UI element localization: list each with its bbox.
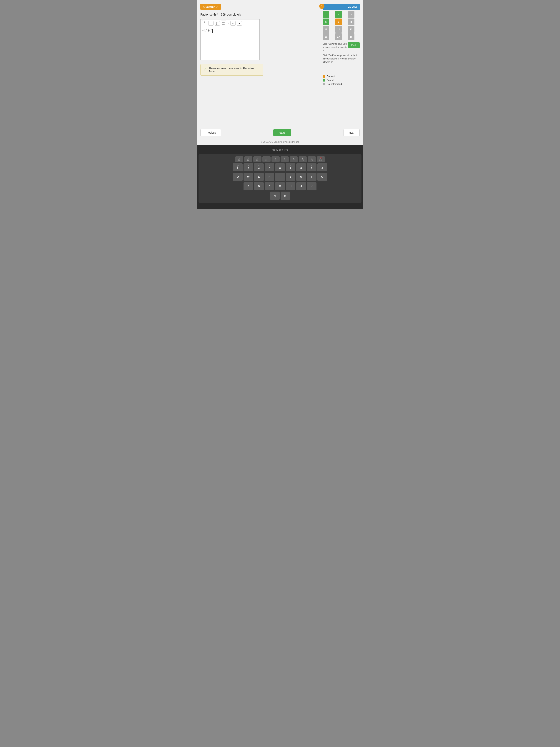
- instruction-text-2: Click "End" when you would submit all yo…: [323, 54, 359, 64]
- key-4[interactable]: $4: [254, 163, 264, 172]
- key-f9[interactable]: ⏭F9: [308, 156, 316, 162]
- hint-area: ✓ Please express the answer in Factorise…: [201, 60, 320, 76]
- key-u[interactable]: U: [296, 173, 306, 181]
- question-grid: 1 2 3 6 7 8 11 12 13 16 17 18: [323, 11, 359, 40]
- grid-cell-12[interactable]: 12: [335, 26, 342, 33]
- key-d[interactable]: D: [254, 182, 264, 191]
- grid-cell-16[interactable]: 16: [323, 33, 329, 40]
- key-f3[interactable]: ⊞F3: [254, 156, 262, 162]
- key-j[interactable]: J: [296, 182, 306, 191]
- legend-not-attempted-square: [323, 83, 325, 85]
- grid-cell-7[interactable]: 7: [335, 19, 342, 25]
- legend-current-label: Current: [327, 75, 335, 78]
- key-m[interactable]: M: [281, 191, 290, 200]
- grid-cell-8[interactable]: 8: [348, 19, 354, 25]
- key-e[interactable]: E: [254, 173, 264, 181]
- key-g[interactable]: G: [275, 182, 285, 191]
- asdf-key-row: S D F G H J K: [201, 182, 359, 191]
- grid-cell-6[interactable]: 6: [323, 19, 329, 25]
- legend-saved-square: [323, 79, 325, 81]
- key-y[interactable]: Y: [286, 173, 295, 181]
- legend-not-attempted: Not attempted: [323, 83, 359, 85]
- legend-not-attempted-label: Not attempted: [327, 83, 342, 85]
- key-q[interactable]: Q: [233, 173, 243, 181]
- key-r[interactable]: R: [265, 173, 274, 181]
- key-f6[interactable]: ✦F6: [281, 156, 289, 162]
- toolbar-separator: ×: [227, 22, 229, 25]
- question-count-header: 20 ques: [323, 4, 359, 10]
- key-3[interactable]: #3: [243, 163, 253, 172]
- key-i[interactable]: I: [307, 173, 317, 181]
- question-badge: 1: [319, 4, 324, 9]
- keyboard-area: MacBook Pro ☀F1 ☀F2 ⊞F3 ⊟F4 ✦F5 ✦F6 ⏮F7 …: [197, 145, 363, 209]
- legend-saved: Saved: [323, 79, 359, 81]
- hint-box: ✓ Please express the answer in Factorise…: [201, 64, 263, 76]
- copyright: © 2018 ACE-Learning Systems Pte Ltd: [197, 139, 363, 145]
- math-input-content: 4(s2–9t2): [202, 29, 258, 33]
- legend-saved-label: Saved: [327, 79, 334, 81]
- key-f10[interactable]: 🔇F10: [317, 156, 325, 162]
- toolbar-brackets-btn[interactable]: (I): [215, 21, 220, 26]
- key-7[interactable]: &7: [286, 163, 295, 172]
- toolbar-matrix-btn[interactable]: □□ □□: [221, 21, 226, 26]
- save-button[interactable]: Save: [273, 129, 291, 136]
- key-f[interactable]: F: [265, 182, 274, 191]
- key-2[interactable]: @2: [233, 163, 243, 172]
- grid-cell-1[interactable]: 1: [323, 11, 329, 18]
- qwerty-key-row: Q W E R T Y U I O: [201, 173, 359, 181]
- key-5[interactable]: %5: [265, 163, 274, 172]
- next-button[interactable]: Next: [344, 129, 359, 136]
- question-text: Factorise 4s2 – 36t2 completely .: [201, 13, 320, 16]
- toolbar-geq-btn[interactable]: ≥: [230, 21, 236, 26]
- math-toolbar: □ □ □□ (I) □□ □□ × ≥ π: [201, 19, 260, 27]
- toolbar-fraction-btn[interactable]: □ □: [202, 20, 207, 26]
- toolbar-pi-btn[interactable]: π: [237, 21, 242, 26]
- text-cursor: [212, 29, 213, 33]
- key-k[interactable]: K: [307, 182, 317, 191]
- key-f1[interactable]: ☀F1: [235, 156, 243, 162]
- key-n[interactable]: N: [270, 191, 279, 200]
- fn-key-row: ☀F1 ☀F2 ⊞F3 ⊟F4 ✦F5 ✦F6 ⏮F7 ⏸F8 ⏭F9 🔇F10: [201, 156, 359, 162]
- hint-icon: ✓: [204, 67, 207, 72]
- hint-text: Please express the answer in Factorised …: [209, 67, 260, 73]
- grid-cell-13[interactable]: 13: [348, 26, 354, 33]
- key-9[interactable]: (9: [307, 163, 317, 172]
- key-f2[interactable]: ☀F2: [244, 156, 252, 162]
- end-button[interactable]: End: [348, 42, 359, 48]
- legend-current-square: [323, 75, 325, 78]
- macbook-label: MacBook Pro: [198, 148, 362, 151]
- key-o[interactable]: O: [317, 173, 327, 181]
- bottom-nav: Previous Save Next: [197, 126, 363, 139]
- key-6[interactable]: ^6: [275, 163, 285, 172]
- legend: Current Saved Not attempted: [323, 75, 359, 85]
- math-input-area[interactable]: 4(s2–9t2): [201, 27, 260, 60]
- previous-button[interactable]: Previous: [201, 129, 221, 136]
- number-key-row: @2 #3 $4 %5 ^6 &7 *8 (9 )0: [201, 163, 359, 172]
- bottom-key-row: N M: [201, 191, 359, 200]
- key-f8[interactable]: ⏸F8: [299, 156, 307, 162]
- left-panel: Question 7 Factorise 4s2 – 36t2 complete…: [201, 4, 320, 122]
- key-8[interactable]: *8: [296, 163, 306, 172]
- key-f7[interactable]: ⏮F7: [290, 156, 298, 162]
- question-header: Question 7: [201, 4, 221, 10]
- key-f5[interactable]: ✦F5: [271, 156, 279, 162]
- right-panel: 20 ques 1 2 3 6 7 8 11 12 13 16 17 18 En…: [323, 4, 359, 122]
- key-w[interactable]: W: [243, 173, 253, 181]
- grid-cell-18[interactable]: 18: [348, 33, 354, 40]
- key-0[interactable]: )0: [317, 163, 327, 172]
- grid-cell-2[interactable]: 2: [335, 11, 342, 18]
- toolbar-superscript-btn[interactable]: □□: [208, 21, 214, 26]
- key-h[interactable]: H: [286, 182, 295, 191]
- key-s[interactable]: S: [243, 182, 253, 191]
- legend-current: Current: [323, 75, 359, 78]
- grid-cell-3[interactable]: 3: [348, 11, 354, 18]
- grid-cell-11[interactable]: 11: [323, 26, 329, 33]
- keyboard: ☀F1 ☀F2 ⊞F3 ⊟F4 ✦F5 ✦F6 ⏮F7 ⏸F8 ⏭F9 🔇F10…: [198, 154, 362, 203]
- key-t[interactable]: T: [275, 173, 285, 181]
- grid-cell-17[interactable]: 17: [335, 33, 342, 40]
- key-f4[interactable]: ⊟F4: [262, 156, 271, 162]
